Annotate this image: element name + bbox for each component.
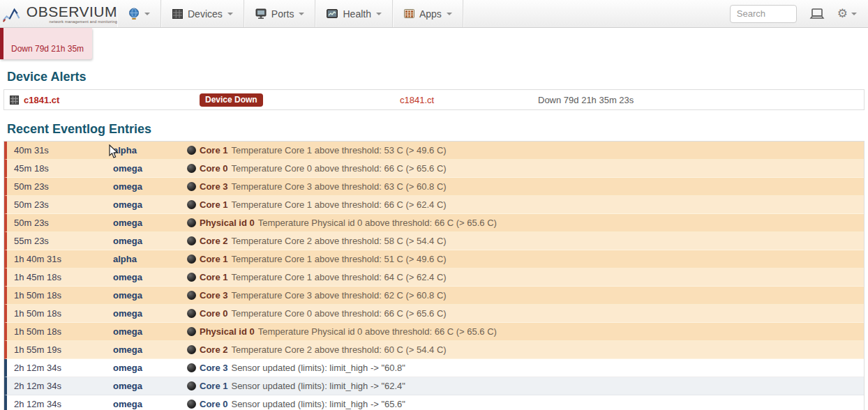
event-device-cell: omega <box>113 163 187 174</box>
mouse-cursor <box>109 144 120 160</box>
health-icon <box>327 9 338 18</box>
event-entity-link[interactable]: Core 1 <box>200 145 227 155</box>
event-entity-link[interactable]: Core 3 <box>200 290 227 301</box>
sensor-icon <box>187 273 196 282</box>
brand-title: OBSERVIUM <box>27 4 117 20</box>
device-alerts-table: c1841.ctDevice Downc1841.ctDown 79d 21h … <box>3 89 865 110</box>
event-message-text: Temperature Core 3 above threshold: 62 C… <box>231 290 446 301</box>
device-down-widget[interactable]: Down 79d 21h 35m <box>0 28 92 59</box>
logo-mountain-icon <box>3 2 25 26</box>
event-device-link[interactable]: alpha <box>113 254 137 264</box>
menu-ports[interactable]: Ports <box>244 0 316 27</box>
event-device-cell: alpha <box>113 145 187 155</box>
sensor-icon <box>187 164 196 173</box>
event-time: 45m 18s <box>7 163 113 174</box>
chevron-down-icon <box>144 13 150 15</box>
sensor-icon <box>187 363 196 372</box>
event-device-link[interactable]: omega <box>113 363 142 373</box>
chevron-down-icon <box>299 13 304 15</box>
top-navbar: OBSERVIUM network management and monitor… <box>0 0 868 28</box>
navbar-spacer <box>463 0 730 27</box>
event-device-link[interactable]: omega <box>113 344 142 355</box>
eventlog-row: 1h 50m 18somegaCore 3Temperature Core 3 … <box>4 287 864 305</box>
server-icon <box>10 96 19 105</box>
event-device-cell: alpha <box>113 254 187 264</box>
eventlog-row: 50m 23somegaCore 1Temperature Core 1 abo… <box>4 196 864 214</box>
laptop-icon[interactable] <box>809 8 825 20</box>
alert-duration: Down 79d 21h 35m 23s <box>538 95 864 105</box>
sensor-icon <box>187 291 196 300</box>
event-entity-link[interactable]: Core 3 <box>200 181 227 192</box>
event-time: 1h 50m 18s <box>7 290 113 301</box>
event-message: Core 0Sensor updated (limits): limit_hig… <box>187 399 864 409</box>
event-device-link[interactable]: omega <box>113 272 142 282</box>
eventlog-row: 45m 18somegaCore 0Temperature Core 0 abo… <box>4 160 864 178</box>
event-device-cell: omega <box>113 326 187 337</box>
event-message-text: Temperature Core 1 above threshold: 66 C… <box>231 199 446 210</box>
event-device-cell: omega <box>113 218 187 228</box>
alert-device-cell: c1841.ct <box>4 95 200 105</box>
alert-entity-link[interactable]: c1841.ct <box>400 95 434 105</box>
sensor-icon <box>187 400 196 409</box>
event-entity-link[interactable]: Physical id 0 <box>200 326 255 337</box>
eventlog-row: 40m 31salphaCore 1Temperature Core 1 abo… <box>4 142 864 160</box>
event-device-link[interactable]: omega <box>113 199 142 210</box>
event-device-cell: omega <box>113 236 187 246</box>
sensor-icon <box>187 327 196 336</box>
event-device-cell: omega <box>113 399 187 409</box>
eventlog-row: 2h 12m 34somegaCore 3Sensor updated (lim… <box>4 359 864 377</box>
event-entity-link[interactable]: Core 0 <box>200 163 227 174</box>
eventlog-row: 50m 23somegaCore 3Temperature Core 3 abo… <box>4 178 864 196</box>
chevron-down-icon <box>376 13 382 15</box>
menu-ports-label: Ports <box>271 8 294 20</box>
event-entity-link[interactable]: Core 2 <box>200 236 227 246</box>
event-entity-link[interactable]: Core 1 <box>200 272 227 282</box>
event-entity-link[interactable]: Core 1 <box>200 254 227 264</box>
menu-apps[interactable]: Apps <box>393 0 463 27</box>
sensor-icon <box>187 182 196 191</box>
event-message: Core 2Temperature Core 2 above threshold… <box>187 236 864 246</box>
event-entity-link[interactable]: Physical id 0 <box>200 218 255 228</box>
chevron-down-icon <box>447 13 452 15</box>
device-alert-row: c1841.ctDevice Downc1841.ctDown 79d 21h … <box>4 90 864 109</box>
device-alerts-body: c1841.ctDevice Downc1841.ctDown 79d 21h … <box>4 90 864 109</box>
event-entity-link[interactable]: Core 3 <box>200 363 227 373</box>
event-entity-link[interactable]: Core 0 <box>200 308 227 319</box>
event-device-cell: omega <box>113 308 187 319</box>
eventlog-row: 1h 50m 18somegaCore 0Temperature Core 0 … <box>4 305 864 323</box>
event-device-link[interactable]: omega <box>113 181 142 192</box>
event-device-link[interactable]: omega <box>113 399 142 409</box>
chevron-down-icon <box>227 13 233 15</box>
eventlog-row: 1h 55m 19somegaCore 2Temperature Core 2 … <box>4 341 864 359</box>
event-device-link[interactable]: omega <box>113 326 142 337</box>
event-entity-link[interactable]: Core 1 <box>200 381 227 391</box>
menu-apps-label: Apps <box>419 8 442 20</box>
sensor-icon <box>187 309 196 318</box>
menu-health[interactable]: Health <box>315 0 392 27</box>
event-device-link[interactable]: omega <box>113 308 142 319</box>
event-message-text: Temperature Core 1 above threshold: 64 C… <box>231 272 446 282</box>
search-input[interactable] <box>730 5 797 23</box>
globe-menu[interactable] <box>117 0 161 27</box>
sensor-icon <box>187 255 196 264</box>
event-message: Core 1Temperature Core 1 above threshold… <box>187 254 864 264</box>
event-device-link[interactable]: omega <box>113 290 142 301</box>
alert-entity-cell: c1841.ct <box>400 95 538 105</box>
settings-menu[interactable]: ⚙ <box>837 8 857 20</box>
event-device-link[interactable]: omega <box>113 236 142 246</box>
alert-device-link[interactable]: c1841.ct <box>24 95 59 105</box>
menu-devices[interactable]: Devices <box>161 0 244 27</box>
sensor-icon <box>187 200 196 209</box>
event-entity-link[interactable]: Core 0 <box>200 399 227 409</box>
event-device-link[interactable]: omega <box>113 381 142 391</box>
event-entity-link[interactable]: Core 2 <box>200 344 227 355</box>
event-time: 1h 50m 18s <box>7 308 113 319</box>
event-time: 50m 23s <box>7 181 113 192</box>
event-device-link[interactable]: omega <box>113 163 142 174</box>
event-device-cell: omega <box>113 181 187 192</box>
event-entity-link[interactable]: Core 1 <box>200 199 227 210</box>
event-device-link[interactable]: omega <box>113 218 142 228</box>
observium-logo[interactable]: OBSERVIUM network management and monitor… <box>0 0 117 27</box>
event-message-text: Temperature Core 3 above threshold: 63 C… <box>231 181 446 192</box>
eventlog-heading: Recent Eventlog Entries <box>7 122 868 137</box>
